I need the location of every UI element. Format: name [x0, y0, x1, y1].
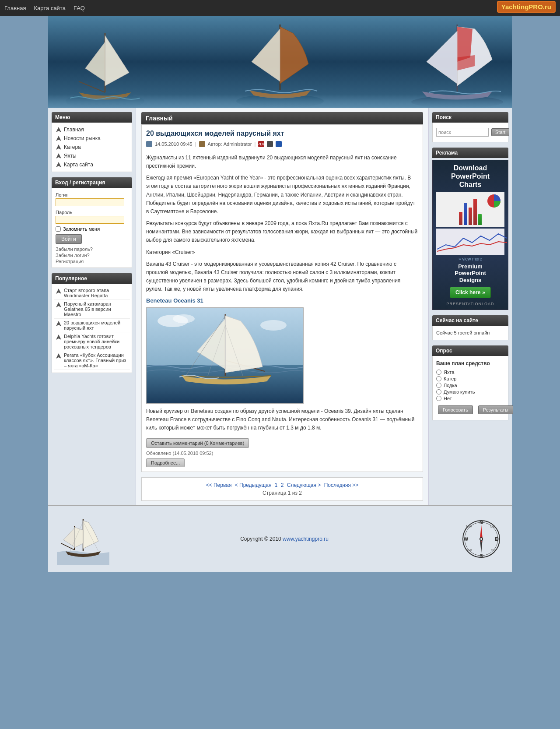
poll-option-4: Думаю купить	[436, 389, 504, 394]
poll-option-2: Катер	[436, 376, 504, 381]
pagination-bar: << Первая < Предыдущая 1 2 Следующая > П…	[141, 477, 423, 501]
menu-item-sitemap[interactable]: Карта сайта	[54, 160, 130, 169]
svg-marker-12	[56, 289, 61, 294]
sail-icon-pop4	[56, 334, 62, 340]
poll-radio-3[interactable]	[436, 383, 441, 388]
poll-option-5: Нет	[436, 396, 504, 401]
pagination-page1[interactable]: 1	[275, 482, 278, 488]
pagination-page2[interactable]: 2	[281, 482, 284, 488]
chart-bar-2	[464, 203, 467, 225]
poll-buttons: Голосовать Результаты	[434, 402, 506, 417]
menu-item-news[interactable]: Новости рынка	[54, 134, 130, 143]
svg-marker-14	[56, 321, 61, 326]
svg-marker-13	[56, 302, 61, 307]
poll-radio-1[interactable]	[436, 370, 441, 375]
popular-item-5[interactable]: Регата «Кубок Ассоциации классов яхт». Г…	[54, 351, 130, 370]
site-logo: YachtingPRO.ru	[497, 1, 556, 13]
popular-item-4[interactable]: Delphia Yachts готовит премьеру новой ли…	[54, 332, 130, 351]
search-button[interactable]: Start	[491, 128, 509, 136]
search-row: Start	[434, 125, 506, 139]
popular-item-2[interactable]: Парусный катамаран Galathea 65 в версии …	[54, 300, 130, 319]
svg-text:NE: NE	[490, 525, 494, 528]
nav-home[interactable]: Главная	[4, 5, 26, 11]
pagination-first[interactable]: << Первая	[206, 482, 232, 488]
vote-button[interactable]: Голосовать	[438, 405, 473, 414]
svg-marker-9	[56, 144, 61, 150]
comment-button[interactable]: Оставить комментарий (0 Комментариев)	[146, 438, 249, 448]
menu-item-boats[interactable]: Катера	[54, 143, 130, 151]
password-input[interactable]	[56, 216, 124, 224]
popular-title: Популярное	[52, 273, 132, 284]
menu-item-yachts[interactable]: Яхты	[54, 151, 130, 160]
nav-sitemap[interactable]: Карта сайта	[34, 5, 65, 11]
results-button[interactable]: Результаты	[478, 405, 513, 414]
popular-item-1[interactable]: Старт второго этапа Windmaster Regatta	[54, 286, 130, 300]
menu-content: Главная Новости рынка Катера Яхты Карта …	[52, 123, 132, 172]
online-section: Сейчас на сайте Сейчас 5 гостей онлайн	[432, 315, 508, 340]
article-date: 14.05.2010 09:45	[155, 141, 192, 147]
login-button[interactable]: Войти	[56, 234, 82, 244]
click-here-button[interactable]: Click here »	[450, 287, 491, 298]
boat-image	[146, 307, 304, 404]
poll-radio-5[interactable]	[436, 396, 441, 401]
footer-copyright: Copyright © 2010 www.yachtingpro.ru	[240, 536, 329, 542]
poll-radio-2[interactable]	[436, 376, 441, 381]
svg-marker-11	[56, 162, 61, 167]
search-content: Start	[432, 123, 508, 142]
pagination-prev[interactable]: < Предыдущая	[235, 482, 272, 488]
remember-label: Запомнить меня	[63, 226, 100, 232]
login-title: Вход / регистрация	[52, 177, 132, 188]
center-content: Главный 20 выдающихся моделей парусный я…	[136, 108, 429, 505]
footer: Copyright © 2010 www.yachtingpro.ru N E …	[48, 505, 512, 572]
svg-point-48	[480, 538, 482, 540]
pagination-next[interactable]: Следующая >	[287, 482, 321, 488]
footer-website-link[interactable]: www.yachtingpro.ru	[283, 536, 329, 542]
page-title: Главный	[141, 112, 423, 124]
ad-title: Реклама	[432, 148, 508, 158]
svg-point-26	[260, 320, 287, 331]
category-label: Категория «Cruiser»	[146, 248, 418, 257]
online-content: Сейчас 5 гостей онлайн	[432, 326, 508, 340]
chart-bar-3	[469, 208, 472, 225]
pdf-icon: PDF	[258, 141, 264, 147]
pagination-last[interactable]: Последняя >>	[324, 482, 359, 488]
login-label: Логин	[56, 192, 128, 197]
author-icon	[199, 141, 205, 147]
more-button[interactable]: Подробнее...	[146, 458, 185, 467]
poll-radio-4[interactable]	[436, 389, 441, 394]
ad-pie-chart	[486, 194, 502, 209]
login-content: Логин Пароль Запомнить меня Войти Забыли…	[52, 188, 132, 268]
chart-bar-5	[478, 214, 482, 225]
remember-checkbox[interactable]	[56, 226, 61, 232]
search-input[interactable]	[436, 128, 489, 137]
hero-banner	[48, 16, 512, 108]
boat-desc1: Bavaria 43 Cruiser - это модернизированн…	[146, 260, 418, 294]
svg-marker-10	[56, 153, 61, 158]
ad-view-more[interactable]: » view more	[436, 257, 504, 261]
poll-option-1: Яхта	[436, 370, 504, 375]
svg-text:SW: SW	[466, 548, 472, 552]
article-body1: Ежегодная премия «European Yacht of the …	[146, 174, 418, 216]
updated-text: Обновлено (14.05.2010 09:52)	[146, 451, 418, 456]
ad-banner: Download PowerPoint Charts	[432, 160, 508, 310]
register-link[interactable]: Регистрация	[56, 259, 128, 264]
ad-download-title: Download PowerPoint Charts	[436, 164, 504, 189]
forgot-login-link[interactable]: Забыли логин?	[56, 253, 128, 258]
remember-row: Запомнить меня	[56, 226, 128, 232]
svg-text:SE: SE	[491, 548, 496, 552]
main-wrapper: Меню Главная Новости рынка Катера Яхты	[48, 108, 512, 505]
login-input[interactable]	[56, 198, 124, 206]
poll-question: Ваше план средство	[434, 359, 506, 368]
sail-icon-sitemap	[56, 162, 62, 168]
forgot-password-link[interactable]: Забыли пароль?	[56, 247, 128, 252]
menu-item-home[interactable]: Главная	[54, 125, 130, 134]
nav-faq[interactable]: FAQ	[74, 5, 85, 11]
search-title: Поиск	[432, 112, 508, 123]
svg-marker-15	[56, 335, 61, 340]
poll-section: Опрос Ваше план средство Яхта Катер Лодк…	[432, 345, 508, 420]
svg-marker-7	[56, 127, 61, 132]
article-box: 20 выдающихся моделей парусный яхт 14.05…	[141, 124, 423, 472]
svg-marker-16	[56, 353, 61, 359]
popular-item-3[interactable]: 20 выдающихся моделей парусный яхт	[54, 319, 130, 332]
svg-line-2	[79, 81, 105, 92]
